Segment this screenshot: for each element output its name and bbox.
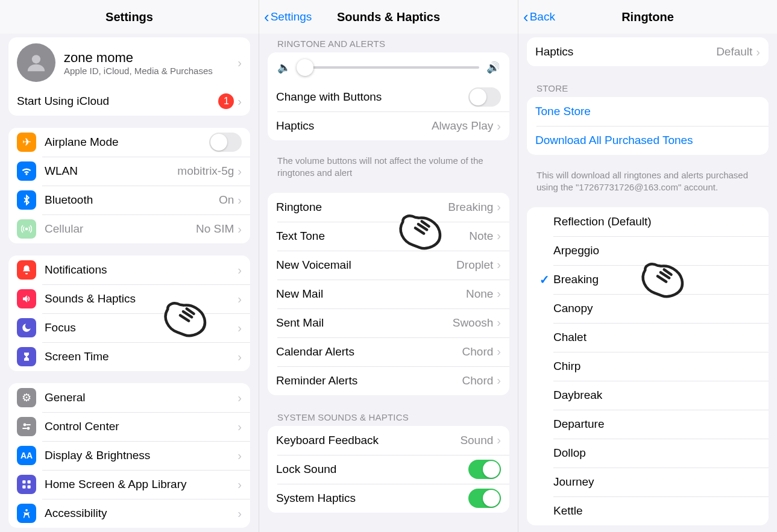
tone-option[interactable]: Kettle (527, 496, 769, 525)
svg-point-10 (25, 509, 28, 512)
accessibility-icon (17, 504, 36, 523)
system-sounds-group: Keyboard Feedback Sound › Lock Sound Sys… (268, 426, 509, 513)
lock-sound-toggle[interactable] (468, 460, 501, 479)
tone-option[interactable]: Chirp (527, 352, 769, 381)
chevron-right-icon: › (238, 391, 242, 405)
calendar-alerts-row[interactable]: Calendar Alerts Chord › (268, 337, 509, 366)
display-row[interactable]: AA Display & Brightness › (8, 441, 250, 470)
system-sounds-section-label: SYSTEM SOUNDS & HAPTICS (259, 407, 518, 426)
ringtone-navbar: ‹Back Ringtone (518, 0, 777, 34)
screen-time-row[interactable]: Screen Time › (8, 342, 250, 371)
sounds-navbar: ‹Settings Sounds & Haptics (259, 0, 518, 34)
system-haptics-toggle[interactable] (468, 489, 501, 508)
tone-option[interactable]: Journey (527, 468, 769, 496)
chevron-right-icon: › (756, 45, 760, 59)
chevron-right-icon: › (238, 222, 242, 236)
chevron-right-icon: › (497, 229, 501, 243)
chevron-right-icon: › (497, 200, 501, 214)
start-icloud-label: Start Using iCloud (17, 95, 218, 108)
svg-point-4 (28, 428, 30, 430)
svg-rect-9 (28, 486, 31, 489)
ringtone-title: Ringtone (621, 10, 674, 24)
ringtone-alerts-section-label: RINGTONE AND ALERTS (259, 34, 518, 52)
slider-track[interactable] (298, 66, 479, 69)
sounds-haptics-row[interactable]: Sounds & Haptics › (8, 284, 250, 313)
chevron-right-icon: › (238, 321, 242, 335)
tones-list-group: Reflection (Default)Arpeggio✓BreakingCan… (527, 207, 769, 525)
tone-option[interactable]: ✓Breaking (527, 265, 769, 294)
keyboard-feedback-row[interactable]: Keyboard Feedback Sound › (268, 426, 509, 455)
hourglass-icon (17, 347, 36, 366)
cellular-row[interactable]: Cellular No SIM › (8, 214, 250, 243)
settings-title: Settings (105, 10, 153, 24)
ringtone-row[interactable]: Ringtone Breaking › (268, 193, 509, 222)
system-group: ⚙ General › Control Center › AA Display … (8, 383, 250, 528)
tone-option[interactable]: Arpeggio (527, 236, 769, 265)
wifi-icon (17, 161, 36, 181)
store-section-label: STORE (518, 78, 777, 97)
reminder-alerts-row[interactable]: Reminder Alerts Chord › (268, 366, 509, 395)
accessibility-row[interactable]: Accessibility › (8, 499, 250, 528)
lock-sound-row[interactable]: Lock Sound (268, 455, 509, 484)
chevron-right-icon: › (238, 478, 242, 492)
tone-label: Daybreak (553, 389, 602, 402)
volume-footer: The volume buttons will not affect the v… (259, 152, 518, 186)
settings-navbar: Settings (0, 0, 259, 34)
back-button[interactable]: ‹Back (523, 0, 555, 34)
tone-store-row[interactable]: Tone Store (527, 97, 769, 126)
speaker-icon (17, 289, 36, 308)
download-tones-row[interactable]: Download All Purchased Tones (527, 126, 769, 155)
focus-row[interactable]: Focus › (8, 313, 250, 342)
airplane-mode-row[interactable]: ✈ Airplane Mode (8, 128, 250, 157)
chevron-right-icon: › (497, 316, 501, 330)
tone-option[interactable]: Reflection (Default) (527, 207, 769, 236)
chevron-right-icon: › (238, 193, 242, 207)
text-tone-row[interactable]: Text Tone Note › (268, 222, 509, 251)
tone-label: Chirp (553, 360, 580, 373)
account-group: zone mome Apple ID, iCloud, Media & Purc… (8, 37, 250, 116)
svg-rect-7 (28, 480, 31, 483)
bell-icon (17, 260, 36, 280)
tone-option[interactable]: Dollop (527, 439, 769, 468)
wlan-row[interactable]: WLAN mobitrix-5g › (8, 157, 250, 186)
chevron-left-icon: ‹ (523, 9, 529, 25)
slider-thumb[interactable] (297, 59, 313, 76)
tone-label: Departure (553, 418, 605, 431)
tone-label: Arpeggio (553, 244, 599, 257)
new-voicemail-row[interactable]: New Voicemail Droplet › (268, 251, 509, 280)
control-center-row[interactable]: Control Center › (8, 412, 250, 441)
general-row[interactable]: ⚙ General › (8, 383, 250, 412)
haptics-row[interactable]: Haptics Always Play › (268, 111, 509, 140)
haptics-row[interactable]: Haptics Default › (527, 37, 769, 66)
new-mail-row[interactable]: New Mail None › (268, 280, 509, 308)
tone-label: Kettle (553, 504, 583, 518)
checkmark-icon: ✓ (535, 272, 553, 287)
tone-label: Dollop (553, 446, 586, 460)
svg-rect-6 (22, 480, 25, 483)
back-to-settings[interactable]: ‹Settings (264, 0, 312, 34)
tone-option[interactable]: Chalet (527, 323, 769, 352)
sounds-title: Sounds & Haptics (337, 10, 440, 24)
change-with-buttons-row[interactable]: Change with Buttons (268, 83, 509, 111)
system-haptics-row[interactable]: System Haptics (268, 484, 509, 513)
notifications-row[interactable]: Notifications › (8, 255, 250, 284)
cellular-icon (17, 219, 36, 239)
tone-option[interactable]: Daybreak (527, 381, 769, 410)
chevron-right-icon: › (238, 95, 242, 108)
change-buttons-toggle[interactable] (468, 87, 501, 107)
start-using-icloud-row[interactable]: Start Using iCloud 1 › (8, 87, 250, 116)
home-screen-row[interactable]: Home Screen & App Library › (8, 470, 250, 499)
chevron-right-icon: › (497, 345, 501, 358)
tone-label: Breaking (553, 273, 599, 286)
tone-option[interactable]: Canopy (527, 294, 769, 323)
chevron-right-icon: › (238, 292, 242, 306)
bluetooth-row[interactable]: Bluetooth On › (8, 186, 250, 214)
svg-point-1 (26, 228, 28, 230)
ringer-volume-slider[interactable]: 🔈 🔊 (268, 52, 509, 83)
ringtone-pane: ‹Back Ringtone Haptics Default › STORE T… (518, 0, 777, 532)
chevron-right-icon: › (238, 420, 242, 434)
apple-id-row[interactable]: zone mome Apple ID, iCloud, Media & Purc… (8, 37, 250, 87)
airplane-toggle[interactable] (209, 133, 242, 152)
sent-mail-row[interactable]: Sent Mail Swoosh › (268, 308, 509, 337)
tone-option[interactable]: Departure (527, 410, 769, 439)
